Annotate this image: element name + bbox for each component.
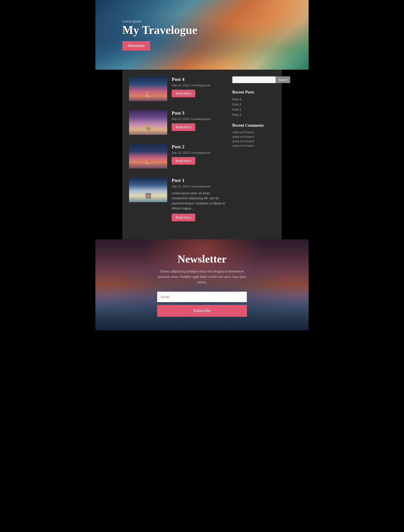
newsletter-description: Donec adipiscing tristique risus nec feu… <box>157 269 247 285</box>
recent-post-link[interactable]: Post 1 <box>232 113 241 117</box>
sidebar: Search Recent Posts Post 4Post 3Post 2Po… <box>232 76 275 230</box>
search-input[interactable] <box>232 76 276 83</box>
list-item: anika on Product <box>232 144 275 147</box>
post-thumbnail-post1 <box>129 177 167 202</box>
list-item: anika on Product <box>232 135 275 138</box>
list-item: Post 1 <box>232 113 275 117</box>
recent-comments-section: Recent Comments anika on Productanika on… <box>232 123 275 147</box>
list-item: Post 4 <box>232 97 275 101</box>
post-title-post4: Post 4 <box>172 76 226 82</box>
post-meta-post2: Sep 15, 2022 | Uncategorized <box>172 151 226 154</box>
main-content: Post 4 Sep 23, 2022 | Uncategorized Read… <box>122 70 282 239</box>
hero-subtitle: Lorem Ipsum <box>122 19 309 23</box>
hero-section: Lorem Ipsum My Travelogue Newsletter <box>95 0 309 70</box>
newsletter-button[interactable]: Newsletter <box>122 41 150 51</box>
recent-post-link[interactable]: Post 3 <box>232 103 241 106</box>
list-item: Post 2 <box>232 108 275 112</box>
post-meta-post3: Sep 15, 2022 | Uncategorized <box>172 117 226 121</box>
recent-post-link[interactable]: Post 2 <box>232 108 241 111</box>
recent-posts-title: Recent Posts <box>232 90 275 95</box>
read-more-button-post4[interactable]: Read More <box>172 90 195 97</box>
recent-comments-list: anika on Productanika on Productanika on… <box>232 130 275 147</box>
post-title-post2: Post 2 <box>172 144 226 150</box>
post-thumbnail-post3 <box>129 110 167 135</box>
list-item: anika on Product <box>232 130 275 134</box>
list-item: Post 3 <box>232 103 275 106</box>
read-more-button-post2[interactable]: Read More <box>172 157 195 165</box>
post-thumbnail-post4 <box>129 76 167 101</box>
read-more-button-post1[interactable]: Read More <box>172 214 195 221</box>
recent-posts-list: Post 4Post 3Post 2Post 1 <box>232 97 275 117</box>
post-content-post3: Post 3 Sep 15, 2022 | Uncategorized Read… <box>172 110 226 131</box>
search-button[interactable]: Search <box>276 76 290 83</box>
post-excerpt-post1: Lorem ipsum dolor sit amet, consectetur … <box>172 191 226 211</box>
newsletter-title: Newsletter <box>177 253 227 265</box>
post-thumbnail-post2 <box>129 144 167 169</box>
post-content-post1: Post 1 Sep 15, 2022 | Uncategorized Lore… <box>172 177 226 221</box>
post-meta-post1: Sep 15, 2022 | Uncategorized <box>172 185 226 188</box>
post-title-post3: Post 3 <box>172 110 226 116</box>
read-more-button-post3[interactable]: Read More <box>172 123 195 131</box>
search-bar: Search <box>232 76 275 83</box>
hero-title: My Travelogue <box>122 23 309 37</box>
post-item: Post 1 Sep 15, 2022 | Uncategorized Lore… <box>129 177 226 221</box>
post-content-post2: Post 2 Sep 15, 2022 | Uncategorized Read… <box>172 144 226 165</box>
recent-post-link[interactable]: Post 4 <box>232 97 241 101</box>
post-item: Post 4 Sep 23, 2022 | Uncategorized Read… <box>129 76 226 101</box>
email-input[interactable] <box>157 292 247 302</box>
subscribe-button[interactable]: Subscribe <box>157 305 247 317</box>
posts-column: Post 4 Sep 23, 2022 | Uncategorized Read… <box>129 76 226 230</box>
post-title-post1: Post 1 <box>172 177 226 183</box>
recent-posts-section: Recent Posts Post 4Post 3Post 2Post 1 <box>232 90 275 117</box>
post-item: Post 2 Sep 15, 2022 | Uncategorized Read… <box>129 144 226 169</box>
post-item: Post 3 Sep 15, 2022 | Uncategorized Read… <box>129 110 226 135</box>
post-content-post4: Post 4 Sep 23, 2022 | Uncategorized Read… <box>172 76 226 97</box>
newsletter-section: Newsletter Donec adipiscing tristique ri… <box>95 239 309 330</box>
recent-comments-title: Recent Comments <box>232 123 275 128</box>
list-item: anika on Product <box>232 140 275 143</box>
post-meta-post4: Sep 23, 2022 | Uncategorized <box>172 84 226 87</box>
